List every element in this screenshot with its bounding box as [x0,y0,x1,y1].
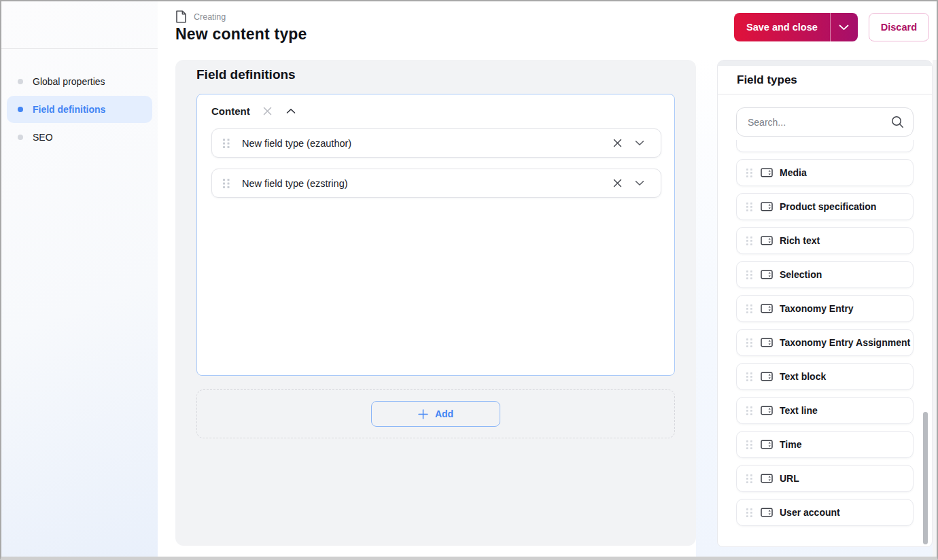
field-type-label: Taxonomy Entry [780,303,854,314]
drag-handle-icon [746,474,752,483]
sidebar-item-label: Global properties [33,76,105,87]
panel-top-cap [718,60,932,66]
field-type-icon [761,202,773,211]
sidebar-top-spacer [1,1,158,49]
sidebar-item-label: Field definitions [33,104,105,115]
section-title: Field definitions [196,67,296,82]
field-definition-row[interactable]: New field type (ezauthor) [211,128,661,158]
drag-handle-icon [746,270,752,279]
field-definitions-panel: Field definitions Content New field type… [175,60,696,546]
sidebar-item-global-properties[interactable]: Global properties [7,68,152,95]
list-item-text-block[interactable]: Text block [736,363,914,390]
list-item-partial[interactable] [736,140,914,152]
page-scrollbar-track[interactable] [933,60,937,557]
field-type-icon [761,168,773,177]
field-type-icon [761,508,773,517]
field-types-panel: Field types Media Product specification … [717,60,933,547]
list-item-text-line[interactable]: Text line [736,397,914,424]
remove-group-button[interactable] [261,105,274,118]
field-type-icon [761,372,773,381]
field-type-label: User account [780,507,840,518]
document-icon [175,10,187,23]
field-type-icon [761,338,773,347]
drag-handle-icon [746,338,752,347]
search-icon [891,116,904,131]
field-type-label: Taxonomy Entry Assignment [780,337,910,348]
bullet-icon [18,107,23,112]
chevron-down-icon [635,140,644,146]
drag-handle-icon [746,406,752,415]
field-definition-row[interactable]: New field type (ezstring) [211,169,661,198]
add-button-label: Add [435,408,453,419]
field-type-label: Text line [780,405,818,416]
drag-handle-icon [746,508,752,517]
remove-field-button[interactable] [611,177,624,190]
add-group-dropzone: Add [196,389,675,438]
left-sidebar: Global properties Field definitions SEO [1,1,158,557]
save-and-close-button[interactable]: Save and close [734,13,830,41]
field-type-label: URL [780,473,799,484]
sidebar-item-field-definitions[interactable]: Field definitions [7,96,152,123]
plus-icon [418,409,428,419]
bullet-icon [18,135,23,140]
chevron-down-icon [635,180,644,186]
field-definition-label: New field type (ezauthor) [242,138,351,149]
list-item-taxonomy-entry-assignment[interactable]: Taxonomy Entry Assignment [736,329,914,356]
list-item-product-specification[interactable]: Product specification [736,193,914,220]
collapse-group-button[interactable] [285,107,297,116]
drag-handle-icon[interactable] [223,139,230,148]
drag-handle-icon [746,169,752,177]
list-item-selection[interactable]: Selection [736,261,914,288]
field-type-icon [761,304,773,313]
field-type-label: Product specification [780,201,876,212]
page-title: New content type [175,25,307,43]
drag-handle-icon[interactable] [223,179,230,188]
list-item-media[interactable]: Media [736,159,914,186]
field-type-label: Text block [780,371,826,382]
panel-scrollbar-thumb[interactable] [923,412,928,544]
list-item-user-account[interactable]: User account [736,499,914,526]
sidebar-item-seo[interactable]: SEO [7,124,152,151]
expand-field-button[interactable] [633,179,646,188]
field-type-label: Rich text [780,235,820,246]
close-icon [612,138,623,148]
chevron-down-icon [839,24,849,31]
panel-title: Field types [737,73,797,87]
field-definition-label: New field type (ezstring) [242,178,348,189]
save-options-caret-button[interactable] [830,13,858,41]
discard-button[interactable]: Discard [869,13,929,41]
search-input[interactable] [736,107,914,137]
page-header: Creating New content type Save and close… [158,1,937,60]
list-item-taxonomy-entry[interactable]: Taxonomy Entry [736,295,914,322]
group-name: Content [211,105,250,117]
field-type-label: Media [780,167,807,178]
drag-handle-icon [746,372,752,381]
add-button[interactable]: Add [371,401,500,427]
close-icon [612,178,623,188]
save-split-button: Save and close [734,13,858,41]
field-type-icon [761,236,773,245]
field-type-list: Media Product specification Rich text Se… [736,140,914,548]
drag-handle-icon [746,203,752,211]
drag-handle-icon [746,304,752,313]
field-type-label: Selection [780,269,822,280]
field-type-icon [761,406,773,415]
bullet-icon [18,79,23,84]
list-item-url[interactable]: URL [736,465,914,492]
close-icon [262,106,273,116]
field-type-icon [761,270,773,279]
sidebar-item-label: SEO [33,132,53,143]
field-type-label: Time [780,439,801,450]
expand-field-button[interactable] [633,139,646,147]
list-item-rich-text[interactable]: Rich text [736,227,914,254]
kicker-label: Creating [194,12,226,22]
drag-handle-icon [746,237,752,245]
field-type-icon [761,474,773,483]
field-type-icon [761,440,773,449]
field-group-content: Content New field type (ezauthor) [196,94,675,376]
remove-field-button[interactable] [611,137,624,150]
list-item-time[interactable]: Time [736,431,914,458]
drag-handle-icon [746,440,752,449]
chevron-up-icon [286,108,296,114]
